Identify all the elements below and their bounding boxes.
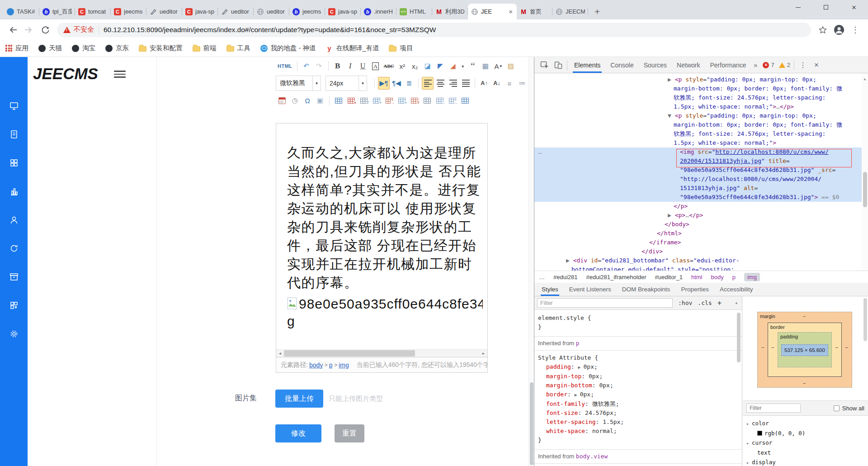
maximize-button[interactable] (812, 0, 840, 14)
reload-button[interactable] (37, 22, 53, 38)
bookmark-star-button[interactable] (815, 22, 831, 38)
style-property[interactable]: padding: ▶ 0px; (538, 362, 742, 372)
browser-tab[interactable]: </>HTML (396, 4, 432, 19)
inherited-node[interactable]: p (576, 340, 580, 347)
table-caption-button[interactable]: T (358, 94, 370, 107)
style-property[interactable]: border: ▶ 0px; (538, 390, 742, 399)
browser-tab[interactable]: Cjava-sp (182, 4, 218, 19)
inspect-element-button[interactable] (538, 59, 552, 71)
insert-row-button[interactable]: + (371, 94, 382, 107)
sidebar-item-user[interactable] (0, 211, 28, 231)
align-left-button[interactable] (422, 77, 434, 90)
sidebar-item-sync[interactable] (0, 239, 28, 259)
box-model-margin[interactable]: margin − − − − border − − padding − − (757, 312, 852, 388)
sidebar-item-chart[interactable] (0, 182, 28, 202)
computed-filter-input[interactable] (746, 404, 801, 413)
sidebar-item-settings[interactable] (0, 325, 28, 345)
bookmark-item[interactable]: 应用 (5, 44, 28, 52)
editor-content-area[interactable]: 久而久之,大家都认为这是理所当然的,但刀具的形状是 否只能这样简单?其实并不是。… (276, 123, 488, 357)
new-tab-button[interactable]: + (591, 5, 604, 18)
sidebar-item-apps[interactable] (0, 154, 28, 174)
devtools-tab-performance[interactable]: Performance (705, 57, 751, 73)
font-color-button[interactable]: A▾ (492, 60, 504, 72)
breadcrumb-item[interactable]: body (711, 274, 724, 281)
box-model-padding[interactable]: padding − − 537.125 × 65.600 (778, 332, 832, 367)
redo-button[interactable]: ↷ (313, 60, 325, 72)
style-property[interactable]: font-family: 微软雅黑; (538, 399, 742, 409)
dom-tree-line[interactable]: </iframe> (534, 238, 868, 247)
align-center-button[interactable] (434, 77, 446, 90)
dom-tree-line[interactable]: 15131813yhja.jpg" alt= (534, 184, 868, 193)
sidebar-item-archive[interactable] (0, 268, 28, 288)
dom-tree-line[interactable]: "http://localhost:8080/u/cms/www/202004/ (534, 175, 868, 184)
scrollbar-thumb[interactable] (284, 350, 415, 357)
style-property[interactable]: margin-bottom: 0px; (538, 381, 742, 390)
merge-cells-button[interactable] (421, 94, 433, 107)
undo-button[interactable]: ↶ (301, 60, 312, 72)
new-style-rule-button[interactable]: + (717, 299, 722, 307)
browser-tab[interactable]: ueditor (254, 4, 289, 19)
element-path-link[interactable]: p (329, 361, 333, 369)
dom-tree-line[interactable]: 软雅黑; font-size: 24.576px; letter-spacing… (534, 129, 868, 138)
devtools-close-button[interactable]: × (810, 59, 823, 71)
delete-table-button[interactable]: × (345, 94, 357, 107)
forward-button[interactable] (21, 22, 37, 38)
breadcrumb-item[interactable]: #ueditor_1 (655, 274, 682, 281)
page-scrollbar-thumb[interactable] (530, 382, 533, 465)
style-property[interactable]: letter-spacing: 1.5px; (538, 418, 742, 427)
panel-tab-dom-breakpoints[interactable]: DOM Breakpoints (617, 283, 676, 296)
browser-tab[interactable]: Ctomcat (75, 4, 111, 19)
bookmark-item[interactable]: 项目 (389, 44, 413, 52)
styles-scrollbar-thumb[interactable] (737, 313, 741, 362)
box-model-content[interactable]: 537.125 × 65.600 (781, 344, 828, 356)
dom-tree-line[interactable]: ▶ <p>…</p> (534, 211, 868, 220)
bookmark-item[interactable]: 淘宝 (72, 44, 95, 52)
menu-toggle-button[interactable] (114, 71, 126, 78)
scroll-right-icon[interactable]: ► (480, 350, 487, 357)
insert-time-button[interactable]: ◷ (289, 94, 301, 107)
sidebar-item-dashboard[interactable] (0, 97, 28, 117)
bold-button[interactable]: B (332, 60, 344, 72)
devtools-tab-network[interactable]: Network (672, 57, 705, 73)
batch-upload-button[interactable]: 批量上传 (275, 390, 323, 408)
dom-tree-line[interactable]: margin-bottom: 0px; border: 0px; font-fa… (534, 120, 868, 129)
breadcrumb-item[interactable]: … (539, 274, 545, 281)
split-cell-button[interactable]: Y (409, 94, 420, 107)
decrease-letter-spacing-button[interactable]: A↓ (491, 77, 503, 90)
styles-filter-input[interactable] (537, 298, 673, 308)
bookmark-item[interactable]: 安装和配置 (139, 44, 183, 52)
dom-tree-line[interactable]: "98e0e50a935cff0e644c8fe34d628b31.jpg"> … (534, 193, 868, 202)
line-spacing-button[interactable]: ≡ (504, 77, 515, 90)
browser-tab[interactable]: M利用3D (432, 4, 468, 19)
close-button[interactable]: × (840, 0, 868, 14)
styles-scrollbar[interactable] (736, 311, 741, 401)
omnibox[interactable]: 不安全 60.12.210.15:8090/jeeadmin/jeecms/in… (57, 23, 811, 37)
element-path-link[interactable]: body (309, 361, 323, 369)
node-menu-dots[interactable]: … (538, 147, 542, 157)
word-image-button[interactable]: ▣ (314, 94, 326, 107)
highlight-button[interactable]: ◢ (447, 60, 459, 72)
dom-tree-line[interactable]: "98e0e50a935cff0e644c8fe34d628b31.jpg" _… (534, 166, 868, 175)
special-character-button[interactable]: Ω (302, 94, 313, 107)
eraser-button[interactable]: ◪ (422, 60, 434, 72)
browser-menu-button[interactable]: ⋮ (847, 22, 863, 38)
computed-property-name[interactable]: ▸ cursor (746, 438, 868, 448)
dom-tree-line[interactable]: </html> (534, 229, 868, 238)
checkbox-icon[interactable] (834, 405, 840, 411)
source-code-button[interactable]: HTML (276, 60, 294, 72)
browser-tab[interactable]: ueditor (146, 4, 182, 19)
profile-avatar[interactable] (831, 22, 847, 38)
bookmark-item[interactable]: 前端 (193, 44, 217, 52)
blockquote-button[interactable]: “ (467, 60, 479, 72)
pseudo-state-toggle[interactable]: :hov (678, 300, 692, 306)
dom-tree-line[interactable]: </p> (534, 202, 868, 211)
style-property[interactable]: white-space: normal; (538, 427, 742, 436)
row-height-button[interactable]: ↕ (434, 94, 446, 107)
style-property[interactable]: margin-top: 0px; (538, 372, 742, 381)
console-error-badge[interactable]: × 7 2 (763, 62, 790, 68)
bookmark-item[interactable]: 京东 (105, 44, 129, 52)
expand-arrow-icon[interactable]: ▶ (575, 392, 580, 397)
bg-color-button[interactable]: ▨ (505, 60, 517, 72)
dom-tree-line[interactable]: </body> (534, 220, 868, 229)
ltr-paragraph-button[interactable]: ▶¶ (378, 77, 390, 90)
